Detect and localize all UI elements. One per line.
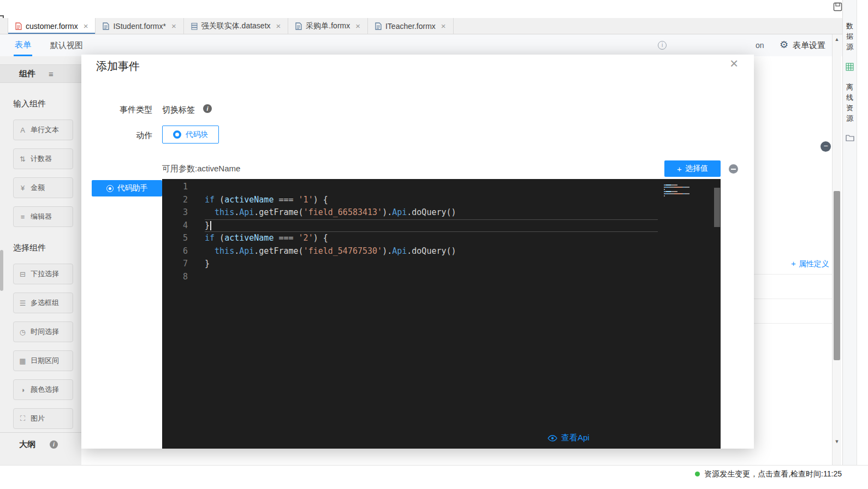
code-line: this.Api.getFrame('field_54767530').Api.… (205, 245, 658, 258)
line-numbers: 12345678 (162, 181, 188, 283)
code-editor[interactable]: 12345678 if (activeName === '1') { this.… (162, 179, 721, 449)
code-line: if (activeName === '2') { (205, 232, 658, 245)
code-line: if (activeName === '1') { (205, 194, 658, 207)
status-message[interactable]: 资源发生变更，点击查看,检查时间:11:25 (704, 469, 842, 479)
component-item[interactable]: ⇅计数器 (13, 148, 73, 169)
tab-close-icon[interactable]: × (276, 21, 281, 31)
line-number: 2 (162, 194, 188, 207)
tab-close-icon[interactable]: × (355, 21, 360, 31)
component-item-label: 单行文本 (31, 125, 59, 135)
editor-scrollbar[interactable] (714, 188, 720, 227)
tab-label: 强关联实体.datasetx (201, 21, 271, 31)
tab-default-view[interactable]: 默认视图 (50, 34, 83, 56)
info-icon[interactable]: i (658, 41, 667, 50)
minimap-line (664, 183, 712, 184)
component-item[interactable]: ☰多选框组 (13, 293, 73, 313)
folder-icon[interactable] (846, 134, 854, 141)
component-item[interactable]: ¥金额 (13, 177, 73, 198)
minimap-line (664, 189, 712, 190)
code-line (205, 181, 658, 194)
event-type-info-icon[interactable]: i (203, 104, 212, 113)
panel-row-divider (754, 323, 832, 324)
form-settings-button[interactable]: 表单设置 (793, 34, 825, 56)
line-number: 7 (162, 258, 188, 271)
remove-icon[interactable] (729, 164, 738, 174)
component-item-label: 图片 (31, 414, 45, 424)
tab-close-icon[interactable]: × (171, 21, 176, 31)
component-item[interactable]: ≡编辑器 (13, 206, 73, 227)
modal-title: 添加事件 (96, 59, 140, 74)
image-icon: ⛶ (19, 414, 27, 423)
editor-icon: ≡ (19, 213, 27, 221)
file-tab[interactable]: 强关联实体.datasetx× (184, 18, 289, 34)
file-tab[interactable]: customer.formx× (8, 18, 96, 34)
form-file-icon (103, 22, 109, 30)
component-item[interactable]: ◷时间选择 (13, 321, 73, 342)
dock-tab[interactable]: 数据源 (846, 21, 853, 52)
grid-icon[interactable] (846, 63, 854, 71)
scroll-up-icon[interactable]: ▲ (833, 37, 841, 42)
outline-section[interactable]: 大纲 i (0, 432, 81, 450)
component-item[interactable]: ◑颜色选择 (13, 379, 73, 400)
component-item[interactable]: ⊟下拉选择 (13, 264, 73, 284)
component-item[interactable]: A单行文本 (13, 120, 73, 140)
component-item-label: 时间选择 (31, 327, 59, 337)
component-item[interactable]: ⛶图片 (13, 408, 73, 429)
component-item[interactable]: ▦日期区间 (13, 350, 73, 371)
scroll-down-icon[interactable]: ▼ (833, 439, 841, 444)
menu-icon[interactable]: ≡ (49, 69, 53, 79)
tab-form[interactable]: 表单 (14, 34, 32, 56)
minimap (664, 181, 712, 198)
tab-close-icon[interactable]: × (84, 21, 88, 31)
outline-info-icon[interactable]: i (50, 440, 58, 449)
eye-icon (548, 435, 557, 442)
vertical-scrollbar[interactable]: ▲ ▼ (832, 34, 841, 465)
add-attribute-label: 属性定义 (799, 259, 829, 269)
window-topbar (0, 0, 868, 18)
view-api-link[interactable]: 查看Api (548, 433, 590, 443)
code-assistant-button[interactable]: 代码助手 (92, 180, 162, 196)
code-line: } (205, 219, 658, 232)
line-number: 8 (162, 271, 188, 284)
color-picker-icon: ◑ (19, 386, 27, 394)
tab-label: IStudent.formx* (113, 22, 166, 31)
file-tab[interactable]: 采购单.formx× (288, 18, 368, 34)
add-attribute-button[interactable]: + 属性定义 (791, 259, 829, 269)
plus-icon: + (791, 259, 796, 269)
dataset-file-icon (191, 22, 198, 30)
line-number: 6 (162, 245, 188, 258)
select-value-button[interactable]: + 选择值 (664, 160, 721, 177)
code-line: this.Api.getFrame('field_66583413').Api.… (205, 206, 658, 219)
add-event-modal: 添加事件 × 事件类型 切换标签 i 动作 代码块 可用参数:activeNam… (81, 55, 754, 449)
code-line: } (205, 258, 658, 271)
amount-icon: ¥ (19, 184, 27, 192)
minimap-line (664, 185, 712, 186)
file-tab[interactable]: ITeacher.formx× (368, 18, 454, 34)
close-icon[interactable]: × (730, 55, 738, 72)
component-groups: 输入组件A单行文本⇅计数器¥金额≡编辑器选择组件⊟下拉选择☰多选框组◷时间选择▦… (0, 99, 81, 429)
dropdown-select-icon: ⊟ (19, 270, 27, 278)
right-dock: 数据源离线资源 (842, 0, 857, 465)
tab-close-icon[interactable]: × (441, 21, 446, 31)
sidebar: 组件 ≡ 输入组件A单行文本⇅计数器¥金额≡编辑器选择组件⊟下拉选择☰多选框组◷… (0, 56, 81, 465)
action-label: 动作 (114, 130, 152, 141)
date-range-icon: ▦ (19, 357, 27, 365)
components-title: 组件 (19, 69, 35, 79)
component-group-title: 输入组件 (13, 99, 81, 109)
line-number: 3 (162, 206, 188, 219)
single-line-text-icon: A (19, 126, 27, 134)
tab-label: customer.formx (26, 22, 78, 31)
gear-icon[interactable]: ⚙ (780, 39, 788, 50)
sidebar-scrollbar[interactable] (0, 250, 3, 291)
code-block-option[interactable]: 代码块 (162, 126, 219, 144)
component-item-label: 多选框组 (31, 298, 59, 308)
file-tab[interactable]: IStudent.formx*× (96, 18, 183, 34)
component-item-label: 计数器 (31, 154, 52, 164)
dock-tab[interactable]: 离线资源 (846, 82, 853, 123)
text-cursor (210, 221, 211, 230)
collapse-panel-button[interactable]: − (821, 141, 831, 152)
line-number: 5 (162, 232, 188, 245)
save-icon[interactable] (833, 2, 842, 11)
form-file-icon (295, 22, 302, 30)
scrollbar-thumb[interactable] (834, 191, 840, 360)
